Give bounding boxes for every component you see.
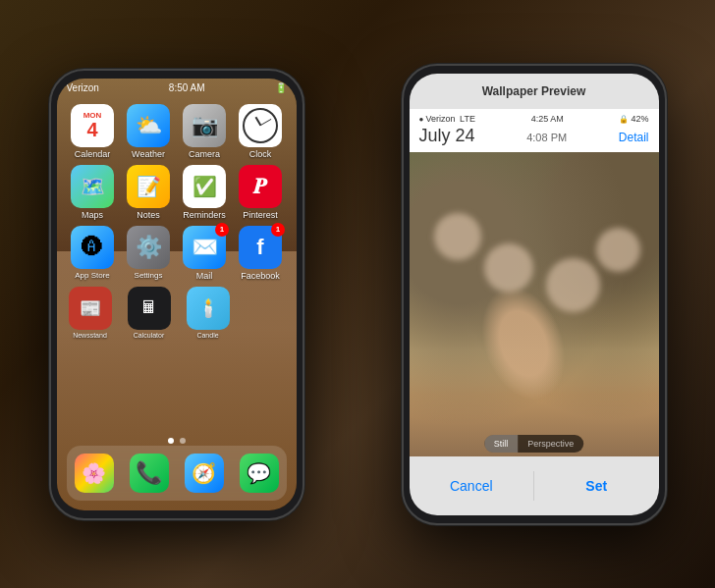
carrier-network-right: ● Verizon LTE	[419, 114, 475, 124]
phone-left-screen: Verizon 8:50 AM 🔋 MON 4 Calendar	[57, 79, 297, 510]
status-row-bottom: July 24 4:08 PM Detail	[419, 126, 649, 146]
status-row-top: ● Verizon LTE 4:25 AM 🔒 42%	[419, 114, 649, 124]
app-newsstand[interactable]: 📰 Newsstand	[65, 287, 116, 339]
app-reminders[interactable]: ✅ Reminders	[179, 165, 230, 220]
pinterest-icon: 𝑷	[239, 165, 282, 208]
facebook-badge: 1	[271, 223, 285, 237]
still-perspective-toggle: Still Perspective	[484, 435, 584, 453]
clock-face	[243, 108, 278, 143]
dot-1	[168, 438, 174, 444]
app-calculator[interactable]: 🖩 Calculator	[124, 287, 175, 339]
calendar-label: Calendar	[75, 149, 111, 159]
safari-icon: 🧭	[185, 454, 224, 493]
detail-button[interactable]: Detail	[619, 131, 649, 144]
newsstand-label: Newsstand	[73, 332, 107, 339]
notes-icon: 📝	[127, 165, 170, 208]
appstore-label: App Store	[75, 271, 110, 280]
newsstand-icon: 📰	[69, 287, 112, 330]
wallpaper-photo-area	[410, 152, 659, 456]
carrier-right: Verizon	[426, 114, 456, 124]
notes-label: Notes	[137, 210, 160, 220]
camera-icon: 📷	[183, 104, 226, 147]
battery-right: 42%	[631, 114, 648, 124]
facebook-label: Facebook	[241, 271, 280, 281]
face-2	[546, 258, 600, 312]
settings-label: Settings	[135, 271, 163, 280]
reminders-icon: ✅	[183, 165, 226, 208]
phone-right-screen: Wallpaper Preview ● Verizon LTE 4:25 AM …	[410, 74, 659, 515]
battery-left: 🔋	[275, 82, 287, 93]
candle-label: Candle	[196, 332, 218, 339]
network-right: LTE	[460, 114, 475, 124]
app-row-3: 🅐 App Store ⚙️ Settings ✉️ 1	[65, 226, 289, 281]
calendar-date: 4	[86, 120, 97, 139]
calculator-label: Calculator	[134, 332, 165, 339]
face-3	[596, 228, 640, 272]
phone-icon: 📞	[130, 454, 169, 493]
facebook-icon: f 1	[239, 226, 282, 269]
app-mail[interactable]: ✉️ 1 Mail	[179, 226, 230, 281]
clock-label: Clock	[249, 149, 272, 159]
status-bar-left: Verizon 8:50 AM 🔋	[57, 79, 297, 98]
app-settings[interactable]: ⚙️ Settings	[123, 226, 174, 281]
calendar-icon: MON 4	[71, 104, 114, 147]
reminders-label: Reminders	[183, 210, 226, 220]
page-dots	[57, 438, 297, 444]
app-notes[interactable]: 📝 Notes	[123, 165, 174, 220]
time-left: 8:50 AM	[169, 82, 205, 93]
settings-icon: ⚙️	[127, 226, 170, 269]
dock-messages[interactable]: 💬	[238, 454, 281, 493]
app-facebook[interactable]: f 1 Facebook	[235, 226, 286, 281]
maps-icon: 🗺️	[71, 165, 114, 208]
mail-icon: ✉️ 1	[183, 226, 226, 269]
phone-right: Wallpaper Preview ● Verizon LTE 4:25 AM …	[402, 64, 667, 525]
dock-safari[interactable]: 🧭	[183, 454, 226, 493]
dock-photos[interactable]: 🌸	[73, 454, 116, 493]
app-candle[interactable]: 🕯️ Candle	[183, 287, 234, 339]
clock-icon	[239, 104, 282, 147]
camera-label: Camera	[189, 149, 220, 159]
app-pinterest[interactable]: 𝑷 Pinterest	[235, 165, 286, 220]
face-4	[434, 213, 481, 260]
app-row-4: 📰 Newsstand 🖩 Calculator 🕯️	[65, 287, 289, 339]
scene: Verizon 8:50 AM 🔋 MON 4 Calendar	[0, 0, 715, 588]
photos-icon: 🌸	[75, 454, 114, 493]
carrier-left: Verizon	[67, 82, 99, 93]
lock-screen-date: July 24	[419, 126, 475, 146]
app-row-1: MON 4 Calendar ⛅ Weather 📷	[65, 104, 289, 159]
status-bar-right: ● Verizon LTE 4:25 AM 🔒 42% July 24 4:08…	[410, 109, 659, 152]
set-button[interactable]: Set	[534, 478, 659, 494]
signal-dots: ●	[419, 115, 426, 124]
app-clock[interactable]: Clock	[235, 104, 286, 159]
wallpaper-preview-header: Wallpaper Preview	[410, 74, 659, 109]
maps-label: Maps	[82, 210, 103, 220]
dock-phone[interactable]: 📞	[128, 454, 171, 493]
cancel-button[interactable]: Cancel	[410, 478, 534, 494]
still-toggle[interactable]: Still	[484, 435, 519, 453]
app-maps[interactable]: 🗺️ Maps	[67, 165, 118, 220]
battery-area-right: 🔒 42%	[619, 114, 648, 124]
phone-left: Verizon 8:50 AM 🔋 MON 4 Calendar	[49, 69, 304, 520]
mail-label: Mail	[196, 271, 213, 281]
app-weather[interactable]: ⛅ Weather	[123, 104, 174, 159]
dock: 🌸 📞 🧭 💬	[67, 446, 287, 501]
lock-icon: 🔒	[619, 115, 629, 124]
face-1	[484, 243, 533, 293]
bottom-controls: Cancel Set	[410, 456, 659, 515]
messages-icon: 💬	[240, 454, 279, 493]
home-screen-grid: MON 4 Calendar ⛅ Weather 📷	[57, 100, 297, 348]
perspective-toggle[interactable]: Perspective	[518, 435, 583, 453]
candle-icon: 🕯️	[187, 287, 230, 330]
appstore-icon: 🅐	[71, 226, 114, 269]
app-row-2: 🗺️ Maps 📝 Notes ✅ Reminde	[65, 165, 289, 220]
weather-label: Weather	[132, 149, 165, 159]
app-appstore[interactable]: 🅐 App Store	[67, 226, 118, 281]
app-camera[interactable]: 📷 Camera	[179, 104, 230, 159]
sofa-background	[410, 152, 659, 456]
lock-screen-time: 4:08 PM	[526, 132, 567, 143]
app-calendar[interactable]: MON 4 Calendar	[67, 104, 118, 159]
time-right: 4:25 AM	[531, 114, 564, 124]
wallpaper-preview-title: Wallpaper Preview	[482, 84, 586, 98]
weather-icon: ⛅	[127, 104, 170, 147]
pinterest-label: Pinterest	[243, 210, 278, 220]
